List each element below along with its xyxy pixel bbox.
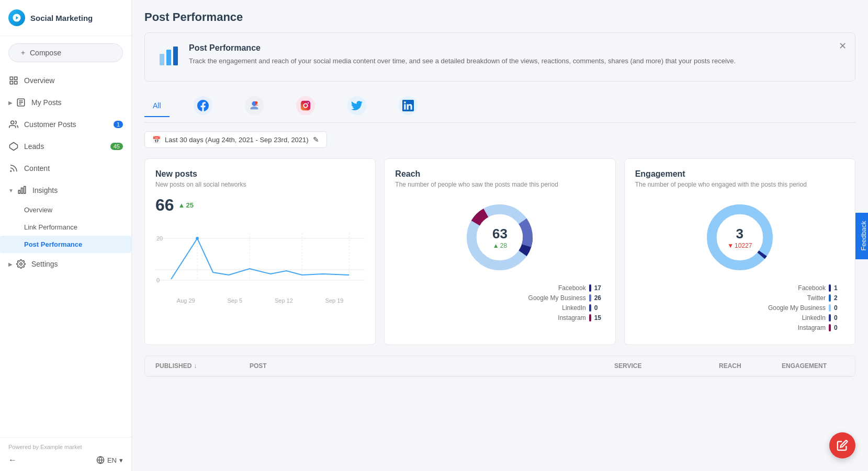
fab-edit-button[interactable] — [829, 432, 855, 458]
google-my-business-icon — [245, 96, 264, 115]
legend-row: Google My Business 0 — [635, 304, 844, 312]
svg-rect-3 — [15, 82, 17, 84]
reach-title: Reach — [395, 169, 604, 179]
legend-color — [829, 284, 831, 292]
back-icon[interactable]: ← — [8, 455, 17, 465]
svg-text:20: 20 — [156, 235, 163, 242]
tab-google[interactable] — [236, 92, 272, 122]
sidebar-sub-item-link-performance[interactable]: Link Performance — [0, 219, 131, 236]
calendar-icon: 📅 — [152, 136, 161, 144]
svg-point-10 — [10, 171, 12, 172]
banner-icon — [157, 45, 181, 71]
reach-donut: 63 ▲ 28 Facebook 17 Google My Business — [395, 196, 604, 324]
legend-row: LinkedIn 0 — [395, 304, 604, 312]
reach-change: ▲ 28 — [492, 242, 508, 249]
sidebar-sub-item-overview[interactable]: Overview — [0, 201, 131, 219]
engagement-subtitle: The number of people who engaged with th… — [635, 181, 844, 188]
compose-button[interactable]: ＋ Compose — [8, 43, 123, 62]
new-posts-card: New posts New posts on all social networ… — [144, 158, 376, 345]
legend-row: Facebook 1 — [635, 284, 844, 292]
th-reach: Reach — [719, 362, 782, 370]
sidebar-item-my-posts[interactable]: ▶ My Posts — [0, 91, 131, 113]
lang-row: ← EN ▾ — [8, 455, 123, 465]
reach-subtitle: The number of people who saw the posts m… — [395, 181, 604, 188]
hexagon-icon — [8, 141, 19, 152]
bar-chart-icon — [17, 185, 27, 196]
app-title: Social Marketing — [30, 14, 93, 22]
arrow-right-icon-settings: ▶ — [8, 261, 13, 267]
globe-icon — [96, 456, 105, 464]
engagement-center: 3 ▼ 10227 — [727, 226, 752, 249]
plus-icon: ＋ — [19, 48, 27, 58]
th-post: Post — [250, 362, 614, 370]
sidebar-item-settings[interactable]: ▶ Settings — [0, 253, 131, 275]
svg-point-14 — [20, 263, 22, 266]
feedback-tab[interactable]: Feedback — [855, 212, 868, 259]
tab-twitter[interactable] — [339, 92, 375, 122]
sort-icon: ↓ — [194, 362, 197, 370]
grid-icon — [8, 75, 19, 86]
svg-text:0: 0 — [156, 277, 160, 283]
sidebar-item-leads[interactable]: Leads 45 — [0, 135, 131, 157]
legend-color — [829, 294, 831, 302]
svg-rect-19 — [173, 47, 178, 65]
page-title: Post Performance — [144, 10, 855, 24]
legend-row: Instagram 0 — [635, 324, 844, 331]
chart-x-labels: Aug 29 Sep 5 Sep 12 Sep 19 — [155, 297, 365, 304]
engagement-donut: 3 ▼ 10227 Facebook 1 Twitter — [635, 196, 844, 334]
sidebar: Social Marketing ＋ Compose Overview ▶ My… — [0, 0, 132, 471]
date-filter[interactable]: 📅 Last 30 days (Aug 24th, 2021 - Sep 23r… — [144, 131, 327, 148]
svg-rect-22 — [300, 101, 310, 110]
users-icon — [8, 119, 19, 130]
th-published[interactable]: Published ↓ — [155, 362, 250, 370]
sidebar-sub-item-post-performance[interactable]: Post Performance — [0, 236, 131, 253]
sidebar-item-customer-posts[interactable]: Customer Posts 1 — [0, 113, 131, 135]
banner-content: Post Performance Track the engagement an… — [189, 43, 736, 66]
legend-row: Instagram 15 — [395, 314, 604, 321]
engagement-change: ▼ 10227 — [727, 242, 752, 249]
th-engagement: Engagement — [782, 362, 844, 370]
gear-icon — [16, 259, 26, 269]
edit-fab-icon — [837, 440, 848, 451]
sidebar-item-content[interactable]: Content — [0, 157, 131, 179]
th-service: Service — [614, 362, 719, 370]
main-content: Post Performance Post Performance Track … — [132, 0, 868, 471]
sidebar-footer: Powered by Example market ← EN ▾ — [0, 437, 131, 471]
arrow-right-icon: ▶ — [8, 100, 13, 106]
new-posts-chart: 20 0 Aug 29 Sep 5 Sep 12 Sep 19 — [155, 220, 365, 293]
legend-color — [829, 324, 831, 331]
svg-rect-2 — [10, 82, 13, 84]
leads-badge: 45 — [110, 143, 123, 150]
rss-icon — [8, 163, 19, 174]
banner-description: Track the engagement and reach of your s… — [189, 56, 736, 66]
tab-instagram[interactable] — [288, 92, 323, 122]
svg-point-34 — [196, 237, 199, 240]
tab-linkedin[interactable] — [390, 92, 426, 122]
svg-point-21 — [254, 101, 257, 105]
engagement-card: Engagement The number of people who enga… — [624, 158, 855, 345]
reach-donut-wrapper: 63 ▲ 28 — [463, 201, 536, 274]
legend-color — [589, 294, 591, 302]
sidebar-item-overview[interactable]: Overview — [0, 70, 131, 91]
legend-color — [829, 314, 831, 321]
legend-color — [589, 304, 591, 312]
sidebar-item-insights[interactable]: ▼ Insights — [0, 179, 131, 201]
table-header: Published ↓ Post Service Reach Engagemen… — [145, 356, 855, 376]
banner-close-button[interactable]: ✕ — [839, 40, 847, 52]
tab-all[interactable]: All — [144, 97, 170, 117]
social-tabs: All — [144, 92, 855, 123]
reach-legend: Facebook 17 Google My Business 26 Linked… — [395, 284, 604, 324]
legend-row: Facebook 17 — [395, 284, 604, 292]
legend-row: Google My Business 26 — [395, 294, 604, 302]
tab-facebook[interactable] — [185, 92, 221, 122]
svg-point-8 — [11, 121, 14, 124]
svg-rect-0 — [10, 77, 13, 79]
powered-by-text: Powered by Example market — [8, 444, 123, 450]
engagement-legend: Facebook 1 Twitter 2 Google My Business … — [635, 284, 844, 334]
engagement-donut-wrapper: 3 ▼ 10227 — [703, 201, 776, 274]
twitter-icon — [347, 96, 366, 115]
engagement-title: Engagement — [635, 169, 844, 179]
facebook-icon — [194, 96, 212, 115]
linkedin-icon — [399, 96, 418, 115]
language-selector[interactable]: EN ▾ — [96, 456, 123, 464]
